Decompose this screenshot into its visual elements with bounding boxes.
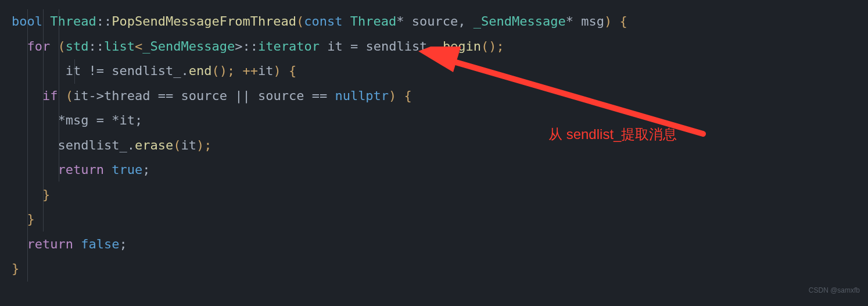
code-line[interactable]: *msg = *it;	[12, 108, 868, 133]
code-line[interactable]: bool Thread::PopSendMessageFromThread(co…	[12, 9, 868, 34]
code-line[interactable]: if (it->thread == source || source == nu…	[12, 84, 868, 109]
code-line[interactable]: }	[12, 207, 868, 232]
code-line[interactable]: }	[12, 257, 868, 282]
keyword-if: if	[42, 88, 58, 103]
annotation-label: 从 sendlist_提取消息	[548, 122, 677, 147]
keyword-for: for	[27, 39, 51, 54]
code-line[interactable]: sendlist_.erase(it);	[12, 133, 868, 158]
indent-guide	[59, 9, 59, 182]
indent-guide	[27, 9, 28, 282]
code-editor[interactable]: bool Thread::PopSendMessageFromThread(co…	[0, 0, 868, 306]
keyword-return: return	[58, 162, 103, 177]
code-line[interactable]: for (std::list<_SendMessage>::iterator i…	[12, 34, 868, 59]
indent-guide	[74, 59, 75, 84]
code-line[interactable]: it != sendlist_.end(); ++it) {	[12, 59, 868, 84]
indent-guide	[43, 9, 44, 232]
keyword-nullptr: nullptr	[335, 88, 389, 103]
watermark-label: CSDN @samxfb	[809, 278, 860, 303]
code-line[interactable]: return true;	[12, 158, 868, 183]
fn-popsend: PopSendMessageFromThread	[112, 14, 296, 29]
type-thread: Thread	[50, 14, 96, 29]
code-line[interactable]: }	[12, 183, 868, 208]
code-line[interactable]: return false;	[12, 232, 868, 257]
